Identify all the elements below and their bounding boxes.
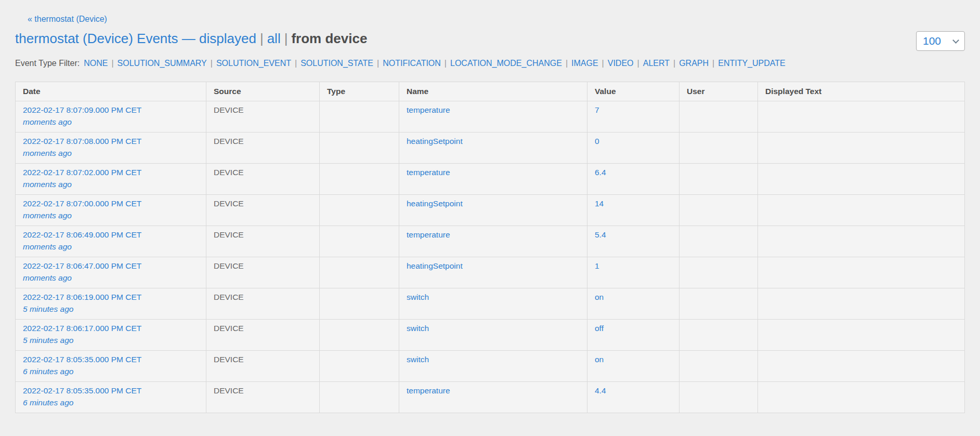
event-date-link[interactable]: 2022-02-17 8:07:09.000 PM CET bbox=[23, 105, 141, 114]
event-name-link[interactable]: switch bbox=[407, 324, 429, 333]
event-date-cell: 2022-02-17 8:06:17.000 PM CET 5 minutes … bbox=[16, 320, 206, 351]
column-header-user: User bbox=[680, 82, 758, 101]
filter-link-none[interactable]: NONE bbox=[84, 59, 108, 68]
event-date-link[interactable]: 2022-02-17 8:05:35.000 PM CET bbox=[23, 355, 141, 364]
event-value-cell: 0 bbox=[587, 133, 680, 164]
event-name-cell: heatingSetpoint bbox=[399, 195, 587, 226]
event-relative-time: 5 minutes ago bbox=[23, 305, 202, 314]
event-date-link[interactable]: 2022-02-17 8:06:19.000 PM CET bbox=[23, 293, 141, 301]
event-name-link[interactable]: switch bbox=[407, 293, 429, 301]
event-value-link[interactable]: 1 bbox=[595, 261, 599, 270]
column-header-value: Value bbox=[587, 82, 680, 101]
breadcrumb-device-link[interactable]: « thermostat (Device) bbox=[28, 15, 107, 23]
filter-link-solution_state[interactable]: SOLUTION_STATE bbox=[300, 59, 373, 68]
event-value-link[interactable]: 14 bbox=[595, 199, 604, 208]
event-user bbox=[680, 320, 758, 351]
event-source: DEVICE bbox=[206, 257, 320, 288]
event-value-link[interactable]: on bbox=[595, 355, 604, 364]
event-value-link[interactable]: 6.4 bbox=[595, 168, 606, 177]
event-value-cell: on bbox=[587, 288, 680, 320]
event-value-link[interactable]: on bbox=[595, 293, 604, 301]
event-row: 2022-02-17 8:06:17.000 PM CET 5 minutes … bbox=[16, 320, 965, 351]
column-header-name: Name bbox=[399, 82, 587, 101]
events-table: Date Source Type Name Value User Display… bbox=[15, 82, 965, 413]
event-value-cell: 7 bbox=[587, 101, 680, 133]
event-date-link[interactable]: 2022-02-17 8:07:08.000 PM CET bbox=[23, 137, 141, 146]
filter-separator: | bbox=[441, 59, 450, 68]
event-row: 2022-02-17 8:07:02.000 PM CET moments ag… bbox=[16, 164, 965, 195]
event-date-link[interactable]: 2022-02-17 8:06:49.000 PM CET bbox=[23, 230, 141, 239]
page-title-text: thermostat (Device) Events — bbox=[15, 31, 195, 46]
event-name-link[interactable]: switch bbox=[407, 355, 429, 364]
column-header-date: Date bbox=[16, 82, 206, 101]
event-source: DEVICE bbox=[206, 133, 320, 164]
event-date-link[interactable]: 2022-02-17 8:06:47.000 PM CET bbox=[23, 261, 141, 270]
event-type-filter-label: Event Type Filter: bbox=[15, 59, 80, 68]
current-view-label: from device bbox=[291, 31, 367, 46]
event-type bbox=[320, 257, 399, 288]
event-row: 2022-02-17 8:05:35.000 PM CET 6 minutes … bbox=[16, 351, 965, 382]
view-link-displayed[interactable]: displayed bbox=[199, 31, 256, 46]
event-type-filter: Event Type Filter:NONE|SOLUTION_SUMMARY|… bbox=[0, 51, 980, 68]
filter-link-alert[interactable]: ALERT bbox=[643, 59, 670, 68]
filter-link-solution_summary[interactable]: SOLUTION_SUMMARY bbox=[117, 59, 207, 68]
event-type-filter-links: NONE|SOLUTION_SUMMARY|SOLUTION_EVENT|SOL… bbox=[84, 59, 786, 68]
event-date-cell: 2022-02-17 8:06:47.000 PM CET moments ag… bbox=[16, 257, 206, 288]
event-value-link[interactable]: 5.4 bbox=[595, 230, 606, 239]
event-user bbox=[680, 195, 758, 226]
event-relative-time: 5 minutes ago bbox=[23, 336, 202, 345]
filter-link-image[interactable]: IMAGE bbox=[571, 59, 598, 68]
filter-separator: | bbox=[670, 59, 679, 68]
event-date-link[interactable]: 2022-02-17 8:07:02.000 PM CET bbox=[23, 168, 141, 177]
filter-link-solution_event[interactable]: SOLUTION_EVENT bbox=[216, 59, 291, 68]
event-source: DEVICE bbox=[206, 195, 320, 226]
column-header-source: Source bbox=[206, 82, 320, 101]
event-date-cell: 2022-02-17 8:07:09.000 PM CET moments ag… bbox=[16, 101, 206, 133]
event-value-link[interactable]: 0 bbox=[595, 137, 599, 146]
page: { "page": { "background": "#efefef", "ac… bbox=[0, 0, 980, 436]
event-value-link[interactable]: off bbox=[595, 324, 604, 333]
event-user bbox=[680, 133, 758, 164]
event-name-cell: switch bbox=[399, 320, 587, 351]
event-name-link[interactable]: temperature bbox=[407, 230, 450, 239]
event-relative-time: 6 minutes ago bbox=[23, 367, 202, 376]
event-name-link[interactable]: heatingSetpoint bbox=[407, 199, 463, 208]
event-value-link[interactable]: 7 bbox=[595, 105, 599, 114]
page-size-select[interactable]: 100 bbox=[916, 31, 965, 51]
event-source: DEVICE bbox=[206, 226, 320, 257]
event-relative-time: moments ago bbox=[23, 117, 202, 127]
event-name-cell: switch bbox=[399, 351, 587, 382]
filter-link-location_mode_change[interactable]: LOCATION_MODE_CHANGE bbox=[450, 59, 562, 68]
event-value-link[interactable]: 4.4 bbox=[595, 386, 606, 395]
filter-link-graph[interactable]: GRAPH bbox=[679, 59, 709, 68]
filter-link-video[interactable]: VIDEO bbox=[608, 59, 634, 68]
filter-link-entity_update[interactable]: ENTITY_UPDATE bbox=[718, 59, 786, 68]
view-link-all[interactable]: all bbox=[267, 31, 281, 46]
event-type bbox=[320, 288, 399, 320]
event-name-link[interactable]: temperature bbox=[407, 168, 450, 177]
event-name-link[interactable]: temperature bbox=[407, 386, 450, 395]
column-header-type: Type bbox=[320, 82, 399, 101]
event-date-link[interactable]: 2022-02-17 8:06:17.000 PM CET bbox=[23, 324, 141, 333]
event-date-cell: 2022-02-17 8:05:35.000 PM CET 6 minutes … bbox=[16, 382, 206, 413]
event-name-link[interactable]: heatingSetpoint bbox=[407, 261, 463, 270]
event-type bbox=[320, 195, 399, 226]
event-relative-time: moments ago bbox=[23, 211, 202, 220]
event-name-cell: temperature bbox=[399, 226, 587, 257]
event-row: 2022-02-17 8:06:19.000 PM CET 5 minutes … bbox=[16, 288, 965, 320]
event-user bbox=[680, 101, 758, 133]
event-row: 2022-02-17 8:07:09.000 PM CET moments ag… bbox=[16, 101, 965, 133]
event-row: 2022-02-17 8:05:35.000 PM CET 6 minutes … bbox=[16, 382, 965, 413]
event-row: 2022-02-17 8:06:49.000 PM CET moments ag… bbox=[16, 226, 965, 257]
event-date-link[interactable]: 2022-02-17 8:05:35.000 PM CET bbox=[23, 386, 141, 395]
event-relative-time: moments ago bbox=[23, 180, 202, 189]
event-date-cell: 2022-02-17 8:06:19.000 PM CET 5 minutes … bbox=[16, 288, 206, 320]
event-name-link[interactable]: temperature bbox=[407, 105, 450, 114]
event-user bbox=[680, 288, 758, 320]
filter-link-notification[interactable]: NOTIFICATION bbox=[383, 59, 441, 68]
event-type bbox=[320, 133, 399, 164]
event-name-link[interactable]: heatingSetpoint bbox=[407, 137, 463, 146]
event-date-link[interactable]: 2022-02-17 8:07:00.000 PM CET bbox=[23, 199, 141, 208]
events-table-header: Date Source Type Name Value User Display… bbox=[16, 82, 965, 101]
event-source: DEVICE bbox=[206, 288, 320, 320]
